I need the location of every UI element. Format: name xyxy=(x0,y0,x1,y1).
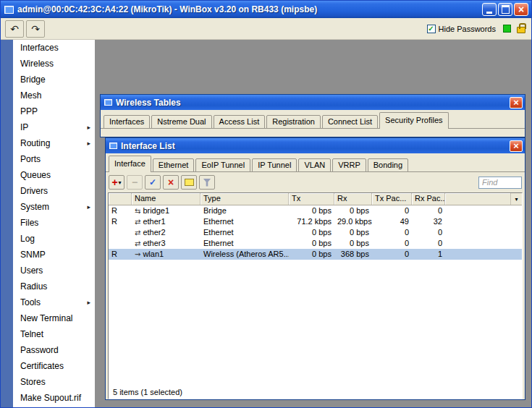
hide-passwords-checkbox[interactable]: ✓ xyxy=(427,25,436,33)
sidebar-item[interactable]: Ports xyxy=(13,151,95,167)
interface-list-tab[interactable]: IP Tunnel xyxy=(252,158,297,172)
interface-type-icon: ⇆ xyxy=(135,207,140,215)
column-header-rx-packet[interactable]: Rx Pac... xyxy=(412,193,445,205)
wireless-tables-tab[interactable]: Connect List xyxy=(322,115,378,129)
row-rx: 0 bps xyxy=(334,227,372,238)
redo-button[interactable]: ↷ xyxy=(26,20,45,38)
disable-interface-button[interactable]: × xyxy=(163,175,179,190)
row-type: Wireless (Atheros AR5... xyxy=(200,249,289,260)
row-type: Bridge xyxy=(200,205,289,216)
wireless-tables-tab[interactable]: Interfaces xyxy=(104,115,150,129)
wireless-tables-tab[interactable]: Nstreme Dual xyxy=(151,115,211,129)
sidebar-item[interactable]: Wireless xyxy=(13,56,95,72)
find-input[interactable]: Find xyxy=(478,177,522,189)
row-tx-packet: 49 xyxy=(372,216,412,227)
wireless-tables-tab[interactable]: Registration xyxy=(266,115,321,129)
caret-down-icon: ▾ xyxy=(119,179,122,186)
sidebar-item[interactable]: Drivers xyxy=(13,183,95,199)
row-rx-packet: 0 xyxy=(412,227,445,238)
sidebar-item[interactable]: PPP xyxy=(13,103,95,119)
row-tx: 0 bps xyxy=(289,238,334,249)
remove-interface-button[interactable]: − xyxy=(127,175,143,190)
sidebar-item[interactable]: Interfaces xyxy=(13,40,95,56)
filter-button[interactable] xyxy=(199,175,215,190)
sidebar-item[interactable]: Telnet xyxy=(13,326,95,342)
wireless-tables-tabs: InterfacesNstreme DualAccess ListRegistr… xyxy=(101,110,525,129)
titlebar[interactable]: admin@00:0C:42:3C:A4:22 (MikroTik) - Win… xyxy=(1,1,531,18)
table-row[interactable]: R ⇄ether1 Ethernet 71.2 kbps 29.0 kbps 4… xyxy=(109,216,522,227)
tab-label: Bonding xyxy=(373,161,402,169)
column-header-tx-packet[interactable]: Tx Pac... xyxy=(372,193,412,205)
interface-list-close-button[interactable]: × xyxy=(510,140,523,152)
sidebar-item[interactable]: System ▸ xyxy=(13,199,95,215)
sidebar-item[interactable]: Tools ▸ xyxy=(13,294,95,310)
hide-passwords-label: Hide Passwords xyxy=(439,25,496,33)
column-header-type[interactable]: Type xyxy=(200,193,289,205)
column-header-tx[interactable]: Tx xyxy=(289,193,334,205)
sidebar-item[interactable]: New Terminal xyxy=(13,310,95,326)
row-filler xyxy=(445,216,522,227)
sidebar-item-label: Bridge xyxy=(20,75,90,85)
undo-button[interactable]: ↶ xyxy=(5,20,24,38)
sidebar-item[interactable]: IP ▸ xyxy=(13,119,95,135)
interface-list-tab[interactable]: Interface xyxy=(109,156,151,172)
wireless-tables-window[interactable]: Wireless Tables × InterfacesNstreme Dual… xyxy=(100,94,525,137)
sidebar-item[interactable]: Mesh xyxy=(13,88,95,103)
wireless-tables-close-button[interactable]: × xyxy=(510,97,523,109)
sidebar-item[interactable]: Bridge xyxy=(13,72,95,88)
column-menu-button[interactable]: ▾ xyxy=(510,193,522,205)
interface-list-tab[interactable]: EoIP Tunnel xyxy=(195,158,250,172)
wireless-tables-tab[interactable]: Access List xyxy=(214,115,266,129)
tab-label: VRRP xyxy=(338,161,360,169)
sidebar-item-label: Log xyxy=(20,234,90,244)
disable-x-icon: × xyxy=(168,177,174,187)
tab-label: Security Profiles xyxy=(385,116,442,124)
sidebar-item[interactable]: Routing ▸ xyxy=(13,135,95,151)
column-header-name[interactable]: Name xyxy=(132,193,200,205)
row-name: ⇆bridge1 xyxy=(132,205,200,216)
sidebar-item[interactable]: Make Supout.rif xyxy=(13,390,95,406)
tab-label: Interfaces xyxy=(109,117,144,126)
row-flag xyxy=(109,227,132,238)
row-filler xyxy=(445,249,522,260)
sidebar-item[interactable]: Stores xyxy=(13,374,95,390)
sidebar-item[interactable]: Password xyxy=(13,342,95,358)
interface-list-titlebar[interactable]: Interface List × xyxy=(106,138,525,153)
interface-list-tab[interactable]: VLAN xyxy=(298,158,331,172)
wireless-tables-titlebar[interactable]: Wireless Tables × xyxy=(101,95,525,110)
minimize-button[interactable] xyxy=(482,3,497,16)
sidebar-item[interactable]: Radius xyxy=(13,279,95,294)
undo-icon: ↶ xyxy=(10,23,19,35)
maximize-button[interactable] xyxy=(498,3,512,16)
table-row[interactable]: ⇄ether2 Ethernet 0 bps 0 bps 0 0 xyxy=(109,227,522,238)
table-row[interactable]: R ⇆bridge1 Bridge 0 bps 0 bps 0 0 xyxy=(109,205,522,216)
sidebar-item[interactable]: Queues xyxy=(13,167,95,183)
interface-list-window[interactable]: Interface List × InterfaceEthernetEoIP T… xyxy=(105,137,525,400)
sidebar-item[interactable]: SNMP xyxy=(13,247,95,263)
sidebar-item-label: Certificates xyxy=(20,361,90,371)
table-row[interactable]: R ⇝wlan1 Wireless (Atheros AR5... 0 bps … xyxy=(109,249,522,260)
sidebar-item-label: Password xyxy=(20,345,90,355)
enable-interface-button[interactable]: ✓ xyxy=(145,175,161,190)
tab-label: Connect List xyxy=(328,117,372,126)
row-name-text: ether1 xyxy=(143,217,165,226)
redo-icon: ↷ xyxy=(31,23,40,35)
interface-list-tab[interactable]: Bonding xyxy=(368,158,408,172)
wireless-tables-tab[interactable]: Security Profiles xyxy=(379,112,448,129)
interface-list-tab[interactable]: VRRP xyxy=(332,158,366,172)
sidebar-item[interactable]: Users xyxy=(13,263,95,279)
sidebar-item[interactable]: Certificates xyxy=(13,358,95,374)
add-interface-button[interactable]: + ▾ xyxy=(109,175,124,190)
sidebar-item[interactable]: Files xyxy=(13,215,95,231)
close-button[interactable]: × xyxy=(514,3,528,16)
table-row[interactable]: ⇄ether3 Ethernet 0 bps 0 bps 0 0 xyxy=(109,238,522,249)
comment-button[interactable] xyxy=(181,175,197,190)
column-header-rx[interactable]: Rx xyxy=(334,193,372,205)
column-header-flag[interactable] xyxy=(109,193,132,205)
interface-list-title: Interface List xyxy=(121,141,506,151)
chevron-right-icon: ▸ xyxy=(87,124,90,131)
interface-list-tab[interactable]: Ethernet xyxy=(153,158,195,172)
sidebar-item[interactable]: Log xyxy=(13,231,95,247)
tab-label: Access List xyxy=(219,117,260,126)
row-rx-packet: 1 xyxy=(412,249,445,260)
